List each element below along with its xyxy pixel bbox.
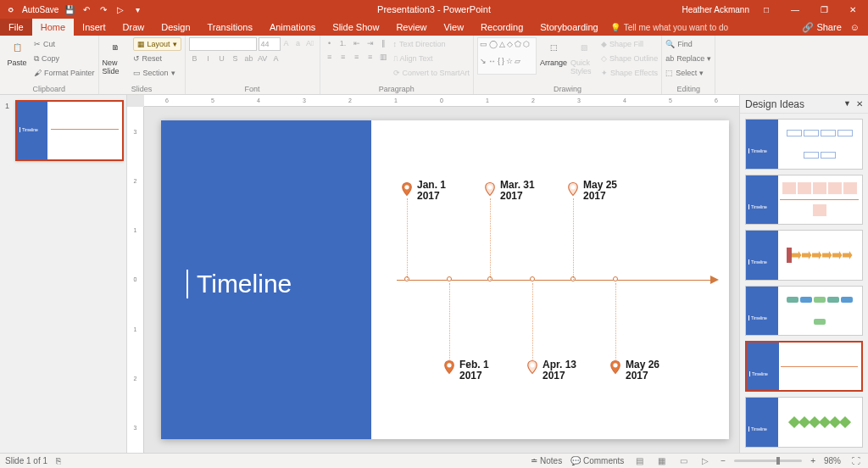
- font-color-icon[interactable]: A: [270, 53, 282, 64]
- pin-icon[interactable]: [565, 181, 581, 197]
- copy-button[interactable]: ⧉ Copy: [34, 52, 95, 65]
- comments-button[interactable]: 💬 Comments: [570, 456, 624, 465]
- columns-icon[interactable]: ▥: [378, 51, 390, 63]
- numbering-icon[interactable]: 1.: [337, 37, 349, 49]
- design-idea-4[interactable]: Timeline: [745, 286, 863, 337]
- italic-icon[interactable]: I: [203, 53, 214, 64]
- new-slide-button[interactable]: 🗎 New Slide: [103, 37, 130, 75]
- design-idea-6[interactable]: Timeline: [745, 397, 863, 448]
- slide-canvas[interactable]: Timeline Jan. 12017Mar. 312017May 252017…: [161, 120, 729, 439]
- fit-to-window-icon[interactable]: ⛶: [849, 455, 863, 467]
- tab-storyboarding[interactable]: Storyboarding: [531, 19, 607, 36]
- ribbon-options-icon[interactable]: □: [754, 1, 778, 18]
- tab-review[interactable]: Review: [387, 19, 435, 36]
- reset-button[interactable]: ↺ Reset: [133, 52, 181, 65]
- shape-outline-button[interactable]: ◇ Shape Outline: [601, 52, 658, 65]
- shape-effects-button[interactable]: ✦ Shape Effects: [601, 66, 658, 80]
- tell-me[interactable]: 💡 Tell me what you want to do: [610, 19, 728, 36]
- tab-file[interactable]: File: [0, 19, 32, 36]
- close-icon[interactable]: ✕: [841, 1, 865, 18]
- share-button[interactable]: 🔗 Share: [802, 22, 841, 33]
- reading-view-icon[interactable]: ▭: [676, 455, 690, 467]
- bullets-icon[interactable]: •: [324, 37, 336, 49]
- pin-icon[interactable]: [442, 359, 457, 375]
- decrease-font-icon[interactable]: a: [292, 37, 304, 49]
- find-button[interactable]: 🔍 Find: [665, 37, 711, 51]
- event-label[interactable]: Apr. 132017: [542, 359, 576, 382]
- minimize-icon[interactable]: —: [783, 1, 807, 18]
- replace-button[interactable]: ab Replace ▾: [665, 52, 711, 65]
- increase-font-icon[interactable]: A: [281, 37, 292, 49]
- design-idea-3[interactable]: Timeline: [745, 230, 863, 281]
- design-idea-1[interactable]: Timeline: [745, 119, 863, 170]
- indent-dec-icon[interactable]: ⇤: [351, 37, 363, 49]
- sorter-view-icon[interactable]: ▦: [654, 455, 668, 467]
- slide-indicator[interactable]: Slide 1 of 1: [5, 456, 47, 465]
- event-label[interactable]: Mar. 312017: [500, 180, 535, 202]
- layout-button[interactable]: ▦ Layout ▾: [133, 37, 181, 51]
- notes-button[interactable]: ≐ Notes: [531, 456, 562, 465]
- shape-fill-button[interactable]: ◆ Shape Fill: [601, 37, 658, 51]
- smartart-button[interactable]: ⟳ Convert to SmartArt: [393, 66, 470, 80]
- tab-transitions[interactable]: Transitions: [199, 19, 261, 36]
- event-label[interactable]: Feb. 12017: [459, 359, 489, 382]
- zoom-out-icon[interactable]: −: [721, 456, 726, 465]
- normal-view-icon[interactable]: ▤: [632, 455, 646, 467]
- strike-icon[interactable]: S: [230, 53, 242, 64]
- slideshow-view-icon[interactable]: ▷: [698, 455, 712, 467]
- event-label[interactable]: May 252017: [583, 180, 617, 202]
- indent-inc-icon[interactable]: ⇥: [364, 37, 376, 49]
- shapes-gallery[interactable]: ▭◯△◇⬠⬡ ↘↔{}☆▱: [477, 37, 537, 75]
- paste-button[interactable]: 📋 Paste: [3, 37, 31, 67]
- design-idea-2[interactable]: Timeline: [745, 175, 863, 226]
- zoom-in-icon[interactable]: +: [810, 456, 815, 465]
- justify-icon[interactable]: ≡: [364, 51, 376, 63]
- select-button[interactable]: ⬚ Select ▾: [665, 66, 711, 80]
- pane-menu-icon[interactable]: ▼: [843, 99, 851, 109]
- underline-icon[interactable]: U: [216, 53, 228, 64]
- slide-thumbnail-1[interactable]: Timeline: [15, 100, 124, 161]
- pin-icon[interactable]: [482, 181, 498, 197]
- zoom-slider[interactable]: [734, 460, 802, 462]
- save-icon[interactable]: 💾: [64, 3, 75, 15]
- zoom-level[interactable]: 98%: [824, 456, 841, 465]
- tab-draw[interactable]: Draw: [114, 19, 153, 36]
- font-size-combo[interactable]: 44: [259, 37, 281, 51]
- maximize-icon[interactable]: ❐: [812, 1, 836, 18]
- bold-icon[interactable]: B: [189, 53, 201, 64]
- tab-insert[interactable]: Insert: [74, 19, 114, 36]
- event-label[interactable]: May 262017: [626, 359, 659, 382]
- tab-animations[interactable]: Animations: [261, 19, 324, 36]
- slide-title[interactable]: Timeline: [186, 270, 292, 298]
- autosave-toggle[interactable]: ⭘: [5, 3, 17, 15]
- align-right-icon[interactable]: ≡: [351, 51, 363, 63]
- tab-view[interactable]: View: [435, 19, 472, 36]
- pin-icon[interactable]: [399, 181, 415, 197]
- redo-icon[interactable]: ↷: [97, 3, 109, 15]
- linespacing-icon[interactable]: ‖: [378, 37, 390, 49]
- align-text-button[interactable]: ⎍ Align Text: [393, 52, 470, 65]
- clear-format-icon[interactable]: A⃠: [304, 37, 316, 49]
- arrange-button[interactable]: ⬚ Arrange: [540, 37, 567, 67]
- font-combo[interactable]: [189, 37, 257, 51]
- spellcheck-icon[interactable]: ⎘: [56, 456, 61, 465]
- spacing-icon[interactable]: AV: [257, 53, 269, 64]
- tab-slideshow[interactable]: Slide Show: [324, 19, 387, 36]
- pane-close-icon[interactable]: ✕: [856, 99, 863, 109]
- quick-styles-button[interactable]: ▨ Quick Styles: [570, 37, 598, 75]
- section-button[interactable]: ▭ Section ▾: [133, 66, 181, 80]
- align-center-icon[interactable]: ≡: [337, 51, 349, 63]
- format-painter-button[interactable]: 🖌 Format Painter: [34, 66, 95, 80]
- align-left-icon[interactable]: ≡: [324, 51, 336, 63]
- cut-button[interactable]: ✂ Cut: [34, 37, 95, 51]
- shadow-icon[interactable]: ab: [243, 53, 255, 64]
- pin-icon[interactable]: [525, 359, 540, 375]
- feedback-icon[interactable]: ☺: [850, 22, 860, 32]
- text-direction-button[interactable]: ↕ Text Direction: [393, 37, 470, 51]
- qat-customize-icon[interactable]: ▾: [131, 3, 143, 15]
- undo-icon[interactable]: ↶: [81, 3, 92, 15]
- event-label[interactable]: Jan. 12017: [417, 180, 446, 202]
- user-name[interactable]: Heather Ackmann: [682, 5, 750, 14]
- design-idea-5[interactable]: Timeline: [745, 341, 863, 392]
- tab-design[interactable]: Design: [153, 19, 198, 36]
